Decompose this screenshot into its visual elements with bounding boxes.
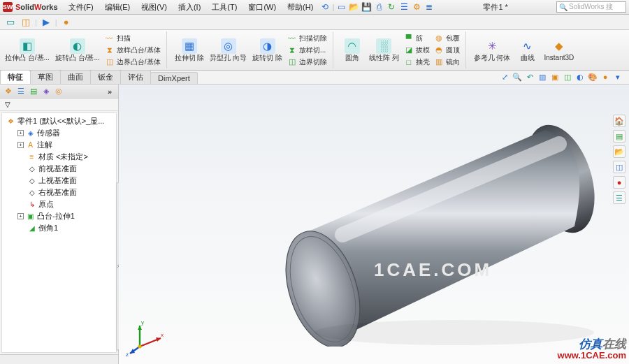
taskpane-resources-icon[interactable]: 🏠 xyxy=(613,115,626,127)
taskpane-library-icon[interactable]: ▤ xyxy=(613,130,626,143)
taskpane-appearance-icon[interactable]: ● xyxy=(613,176,626,189)
swoosh-icon[interactable]: ⟲ xyxy=(319,1,331,13)
panel-tab-strip: ❖ ☰ ▤ ◈ ◎ » xyxy=(0,85,118,99)
expand-icon[interactable]: + xyxy=(17,213,24,219)
btn-boundary-cut[interactable]: ◫边界切除 xyxy=(287,56,327,68)
view-settings-more-icon[interactable]: ▾ xyxy=(612,71,623,82)
rebuild-icon[interactable]: ↻ xyxy=(386,1,397,13)
hide-show-icon[interactable]: ◐ xyxy=(574,71,586,82)
btn-extruded-boss[interactable]: ◧拉伸凸 台/基... xyxy=(4,37,50,64)
settings-icon[interactable]: ⚙ xyxy=(411,1,422,13)
btn-curves[interactable]: ∿曲线 xyxy=(516,37,540,64)
btn-shell[interactable]: □抽壳 xyxy=(404,56,430,68)
tree-front-plane[interactable]: ◇前视基准面 xyxy=(15,163,115,175)
tab-surfaces[interactable]: 曲面 xyxy=(60,70,91,84)
graphics-viewport[interactable]: 1CAE.COM y x z xyxy=(119,85,629,364)
tree-sensors[interactable]: +◈传感器 xyxy=(15,127,115,139)
menu-insert[interactable]: 插入(I) xyxy=(173,1,205,14)
tab-dimxpert[interactable]: DimXpert xyxy=(150,72,198,84)
view-orient-icon[interactable]: ▣ xyxy=(549,71,561,82)
svg-marker-5 xyxy=(138,326,142,330)
tree-origin[interactable]: ↳原点 xyxy=(15,198,115,210)
sketch-icon[interactable]: ▭ xyxy=(4,16,17,29)
props-icon[interactable]: ≣ xyxy=(424,1,435,13)
tab-sketch[interactable]: 草图 xyxy=(30,70,61,84)
tree-right-plane[interactable]: ◇右视基准面 xyxy=(15,187,115,198)
dimxpert-tab-icon[interactable]: ◈ xyxy=(41,86,52,97)
app-logo-icon: SW xyxy=(3,2,13,12)
feature-tree[interactable]: ❖ 零件1 (默认<<默认>_显... +◈传感器 +A注解 ≡材质 <未指定>… xyxy=(1,112,117,353)
btn-mirror[interactable]: ▥镜向 xyxy=(434,56,460,68)
filter-icon[interactable]: ▽ xyxy=(3,100,13,110)
save-icon[interactable]: 💾 xyxy=(361,1,372,13)
btn-lofted-boss[interactable]: ⧗放样凸台/基体 xyxy=(105,44,161,56)
tree-chamfer1[interactable]: ◢倒角1 xyxy=(15,222,115,234)
prev-view-icon[interactable]: ↶ xyxy=(524,71,535,82)
scene-icon[interactable]: ● xyxy=(600,71,611,82)
expand-icon[interactable]: + xyxy=(17,130,24,136)
plane-icon: ◇ xyxy=(27,188,36,197)
zoom-fit-icon[interactable]: ⤢ xyxy=(499,71,510,82)
section-view-icon[interactable]: ▥ xyxy=(537,71,548,82)
btn-ref-geometry[interactable]: ✳参考几 何体 xyxy=(473,37,512,64)
btn-fillet[interactable]: ◠圆角 xyxy=(340,37,364,64)
fm-tree-tab-icon[interactable]: ❖ xyxy=(3,86,14,97)
menu-tools[interactable]: 工具(T) xyxy=(207,1,242,14)
property-tab-icon[interactable]: ☰ xyxy=(15,86,27,97)
panel-expand-icon[interactable]: » xyxy=(104,86,115,97)
sketch3d-icon[interactable]: ◫ xyxy=(20,16,32,29)
btn-rib[interactable]: ▀筋 xyxy=(404,32,430,44)
menu-file[interactable]: 文件(F) xyxy=(64,1,99,14)
btn-instant3d[interactable]: ◆Instant3D xyxy=(544,37,575,64)
options-icon[interactable]: ☰ xyxy=(398,1,410,13)
appearance-palette-icon[interactable]: 🎨 xyxy=(587,71,598,82)
tab-evaluate[interactable]: 评估 xyxy=(120,70,151,84)
tab-features[interactable]: 特征 xyxy=(0,70,31,84)
extruded-cut-icon: ▦ xyxy=(182,38,197,54)
panel-toolbar: ▽ xyxy=(0,99,118,111)
dome-icon: ◓ xyxy=(434,45,444,55)
mirror-icon: ▥ xyxy=(434,57,444,67)
btn-hole-wizard[interactable]: ◎异型孔 向导 xyxy=(209,37,247,64)
search-box[interactable]: 🔍 SolidWorks 搜 xyxy=(556,1,626,13)
linear-pattern-icon: ░ xyxy=(376,38,391,54)
revolved-cut-icon: ◑ xyxy=(260,38,275,54)
btn-revolved-boss[interactable]: ◐旋转凸 台/基... xyxy=(55,37,101,64)
btn-swept-boss[interactable]: 〰扫描 xyxy=(105,32,161,44)
select-icon[interactable]: ▶ xyxy=(40,16,52,29)
new-icon[interactable]: ▭ xyxy=(335,1,347,13)
zoom-area-icon[interactable]: 🔍 xyxy=(512,71,523,82)
btn-linear-pattern[interactable]: ░线性阵 列 xyxy=(368,37,400,64)
open-icon[interactable]: 📂 xyxy=(348,1,359,13)
btn-wrap[interactable]: ◍包覆 xyxy=(434,32,460,44)
appearance-icon[interactable]: ● xyxy=(60,16,73,29)
tree-annotations[interactable]: +A注解 xyxy=(15,139,115,151)
btn-lofted-cut[interactable]: ⧗放样切... xyxy=(287,44,327,56)
menu-view[interactable]: 视图(V) xyxy=(136,1,172,14)
btn-swept-cut[interactable]: 〰扫描切除 xyxy=(287,32,327,44)
btn-extruded-cut[interactable]: ▦拉伸切 除 xyxy=(174,37,205,64)
tree-root[interactable]: ❖ 零件1 (默认<<默认>_显... xyxy=(3,115,115,127)
btn-boundary-boss[interactable]: ◫边界凸台/基体 xyxy=(105,56,161,68)
tree-extrude1[interactable]: +▣凸台-拉伸1 xyxy=(15,210,115,222)
taskpane-view-palette-icon[interactable]: ◫ xyxy=(613,161,626,173)
menu-edit[interactable]: 编辑(E) xyxy=(100,1,136,14)
taskpane-explorer-icon[interactable]: 📂 xyxy=(613,145,626,158)
menu-help[interactable]: 帮助(H) xyxy=(282,1,318,14)
print-icon[interactable]: ⎙ xyxy=(373,1,384,13)
btn-dome[interactable]: ◓圆顶 xyxy=(434,44,460,56)
svg-marker-8 xyxy=(156,337,161,342)
tree-top-plane[interactable]: ◇上视基准面 xyxy=(15,175,115,187)
revolved-boss-icon: ◐ xyxy=(70,38,85,54)
tree-material[interactable]: ≡材质 <未指定> xyxy=(15,151,115,163)
taskpane-custom-props-icon[interactable]: ☰ xyxy=(613,191,626,204)
btn-draft[interactable]: ◪拔模 xyxy=(404,44,430,56)
tab-sheetmetal[interactable]: 钣金 xyxy=(90,70,121,84)
config-tab-icon[interactable]: ▤ xyxy=(28,86,39,97)
display-tab-icon[interactable]: ◎ xyxy=(53,86,64,97)
menu-window[interactable]: 窗口(W) xyxy=(243,1,281,14)
display-style-icon[interactable]: ◫ xyxy=(562,71,573,82)
btn-revolved-cut[interactable]: ◑旋转切 除 xyxy=(252,37,283,64)
expand-icon[interactable]: + xyxy=(17,142,24,148)
swept-cut-icon: 〰 xyxy=(287,34,297,43)
